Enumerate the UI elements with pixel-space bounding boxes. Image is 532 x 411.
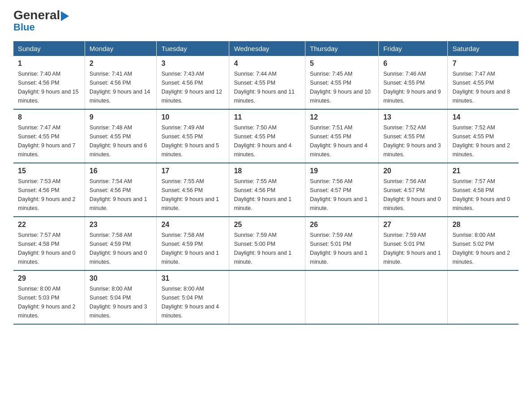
- day-number: 2: [90, 60, 152, 68]
- calendar-cell: 1Sunrise: 7:40 AMSunset: 4:56 PMDaylight…: [13, 56, 85, 109]
- calendar-week-row: 15Sunrise: 7:53 AMSunset: 4:56 PMDayligh…: [13, 163, 519, 217]
- calendar-week-row: 22Sunrise: 7:57 AMSunset: 4:58 PMDayligh…: [13, 217, 519, 270]
- day-number: 14: [452, 113, 514, 121]
- day-number: 30: [90, 274, 152, 283]
- calendar-header-wednesday: Wednesday: [229, 41, 305, 56]
- calendar-cell: 20Sunrise: 7:56 AMSunset: 4:57 PMDayligh…: [378, 163, 448, 217]
- calendar-header-monday: Monday: [85, 41, 157, 56]
- day-number: 27: [383, 221, 443, 229]
- day-number: 11: [234, 113, 300, 121]
- day-number: 24: [161, 221, 224, 229]
- calendar-header-tuesday: Tuesday: [157, 41, 229, 56]
- calendar-cell: 8Sunrise: 7:47 AMSunset: 4:55 PMDaylight…: [13, 109, 85, 163]
- calendar-cell: 19Sunrise: 7:56 AMSunset: 4:57 PMDayligh…: [305, 163, 379, 217]
- day-info: Sunrise: 7:47 AMSunset: 4:55 PMDaylight:…: [452, 69, 514, 105]
- day-number: 31: [161, 274, 224, 283]
- day-info: Sunrise: 8:00 AMSunset: 5:04 PMDaylight:…: [90, 284, 152, 320]
- calendar-cell: 10Sunrise: 7:49 AMSunset: 4:55 PMDayligh…: [157, 109, 229, 163]
- calendar-cell: [448, 270, 519, 324]
- day-number: 21: [452, 167, 514, 175]
- calendar-cell: 5Sunrise: 7:45 AMSunset: 4:55 PMDaylight…: [305, 56, 379, 109]
- calendar-cell: 7Sunrise: 7:47 AMSunset: 4:55 PMDaylight…: [448, 56, 519, 109]
- day-info: Sunrise: 7:57 AMSunset: 4:58 PMDaylight:…: [18, 231, 80, 266]
- day-info: Sunrise: 7:44 AMSunset: 4:55 PMDaylight:…: [234, 69, 300, 105]
- day-info: Sunrise: 7:47 AMSunset: 4:55 PMDaylight:…: [18, 123, 80, 159]
- calendar-cell: 6Sunrise: 7:46 AMSunset: 4:55 PMDaylight…: [378, 56, 448, 109]
- day-number: 13: [383, 113, 443, 121]
- day-info: Sunrise: 7:56 AMSunset: 4:57 PMDaylight:…: [310, 177, 374, 213]
- calendar-cell: 22Sunrise: 7:57 AMSunset: 4:58 PMDayligh…: [13, 217, 85, 270]
- day-number: 20: [383, 167, 443, 175]
- day-info: Sunrise: 7:59 AMSunset: 5:01 PMDaylight:…: [383, 231, 443, 266]
- calendar-cell: 28Sunrise: 8:00 AMSunset: 5:02 PMDayligh…: [448, 217, 519, 270]
- day-info: Sunrise: 7:52 AMSunset: 4:55 PMDaylight:…: [383, 123, 443, 159]
- day-info: Sunrise: 7:54 AMSunset: 4:56 PMDaylight:…: [90, 177, 152, 213]
- calendar-header-sunday: Sunday: [13, 41, 85, 56]
- calendar-header-saturday: Saturday: [448, 41, 519, 56]
- day-info: Sunrise: 7:41 AMSunset: 4:56 PMDaylight:…: [90, 69, 152, 105]
- calendar-cell: 31Sunrise: 8:00 AMSunset: 5:04 PMDayligh…: [157, 270, 229, 324]
- day-info: Sunrise: 7:48 AMSunset: 4:55 PMDaylight:…: [90, 123, 152, 159]
- day-info: Sunrise: 7:57 AMSunset: 4:58 PMDaylight:…: [452, 177, 514, 213]
- day-info: Sunrise: 7:53 AMSunset: 4:56 PMDaylight:…: [18, 177, 80, 213]
- calendar-cell: 12Sunrise: 7:51 AMSunset: 4:55 PMDayligh…: [305, 109, 379, 163]
- day-info: Sunrise: 7:43 AMSunset: 4:56 PMDaylight:…: [161, 69, 224, 105]
- day-info: Sunrise: 7:58 AMSunset: 4:59 PMDaylight:…: [90, 231, 152, 266]
- day-number: 29: [18, 274, 80, 283]
- calendar-cell: [378, 270, 448, 324]
- logo: General Blue: [13, 9, 69, 32]
- day-info: Sunrise: 7:59 AMSunset: 5:01 PMDaylight:…: [310, 231, 374, 266]
- calendar-cell: 14Sunrise: 7:52 AMSunset: 4:55 PMDayligh…: [448, 109, 519, 163]
- calendar-cell: 17Sunrise: 7:55 AMSunset: 4:56 PMDayligh…: [157, 163, 229, 217]
- calendar-cell: 4Sunrise: 7:44 AMSunset: 4:55 PMDaylight…: [229, 56, 305, 109]
- calendar-week-row: 1Sunrise: 7:40 AMSunset: 4:56 PMDaylight…: [13, 56, 519, 109]
- day-number: 7: [452, 60, 514, 68]
- day-info: Sunrise: 7:55 AMSunset: 4:56 PMDaylight:…: [234, 177, 300, 213]
- calendar-week-row: 8Sunrise: 7:47 AMSunset: 4:55 PMDaylight…: [13, 109, 519, 163]
- calendar-cell: 26Sunrise: 7:59 AMSunset: 5:01 PMDayligh…: [305, 217, 379, 270]
- day-info: Sunrise: 7:52 AMSunset: 4:55 PMDaylight:…: [452, 123, 514, 159]
- calendar-cell: 16Sunrise: 7:54 AMSunset: 4:56 PMDayligh…: [85, 163, 157, 217]
- calendar-cell: 18Sunrise: 7:55 AMSunset: 4:56 PMDayligh…: [229, 163, 305, 217]
- day-number: 17: [161, 167, 224, 175]
- day-number: 16: [90, 167, 152, 175]
- day-info: Sunrise: 7:45 AMSunset: 4:55 PMDaylight:…: [310, 69, 374, 105]
- day-number: 18: [234, 167, 300, 175]
- calendar-cell: 11Sunrise: 7:50 AMSunset: 4:55 PMDayligh…: [229, 109, 305, 163]
- calendar-cell: 27Sunrise: 7:59 AMSunset: 5:01 PMDayligh…: [378, 217, 448, 270]
- svg-marker-0: [61, 11, 69, 21]
- day-number: 9: [90, 113, 152, 121]
- calendar-cell: 30Sunrise: 8:00 AMSunset: 5:04 PMDayligh…: [85, 270, 157, 324]
- day-number: 25: [234, 221, 300, 229]
- calendar-cell: 21Sunrise: 7:57 AMSunset: 4:58 PMDayligh…: [448, 163, 519, 217]
- day-number: 6: [383, 60, 443, 68]
- day-number: 12: [310, 113, 374, 121]
- day-info: Sunrise: 7:56 AMSunset: 4:57 PMDaylight:…: [383, 177, 443, 213]
- logo-blue-text: Blue: [13, 22, 35, 32]
- calendar-cell: 23Sunrise: 7:58 AMSunset: 4:59 PMDayligh…: [85, 217, 157, 270]
- calendar-header-row: SundayMondayTuesdayWednesdayThursdayFrid…: [13, 41, 519, 56]
- calendar-cell: 3Sunrise: 7:43 AMSunset: 4:56 PMDaylight…: [157, 56, 229, 109]
- calendar-cell: 24Sunrise: 7:58 AMSunset: 4:59 PMDayligh…: [157, 217, 229, 270]
- calendar-cell: 29Sunrise: 8:00 AMSunset: 5:03 PMDayligh…: [13, 270, 85, 324]
- calendar-cell: 25Sunrise: 7:59 AMSunset: 5:00 PMDayligh…: [229, 217, 305, 270]
- calendar-table: SundayMondayTuesdayWednesdayThursdayFrid…: [13, 41, 519, 325]
- day-number: 1: [18, 60, 80, 68]
- day-number: 15: [18, 167, 80, 175]
- day-info: Sunrise: 8:00 AMSunset: 5:04 PMDaylight:…: [161, 284, 224, 320]
- day-number: 5: [310, 60, 374, 68]
- day-info: Sunrise: 7:51 AMSunset: 4:55 PMDaylight:…: [310, 123, 374, 159]
- day-number: 28: [452, 221, 514, 229]
- day-number: 8: [18, 113, 80, 121]
- logo-arrow-icon: [61, 11, 69, 21]
- day-number: 26: [310, 221, 374, 229]
- day-info: Sunrise: 7:55 AMSunset: 4:56 PMDaylight:…: [161, 177, 224, 213]
- day-info: Sunrise: 8:00 AMSunset: 5:02 PMDaylight:…: [452, 231, 514, 266]
- day-info: Sunrise: 8:00 AMSunset: 5:03 PMDaylight:…: [18, 284, 80, 320]
- calendar-header-thursday: Thursday: [305, 41, 379, 56]
- calendar-cell: 13Sunrise: 7:52 AMSunset: 4:55 PMDayligh…: [378, 109, 448, 163]
- calendar-cell: [229, 270, 305, 324]
- page-header: General Blue: [13, 9, 519, 32]
- calendar-cell: 2Sunrise: 7:41 AMSunset: 4:56 PMDaylight…: [85, 56, 157, 109]
- day-number: 10: [161, 113, 224, 121]
